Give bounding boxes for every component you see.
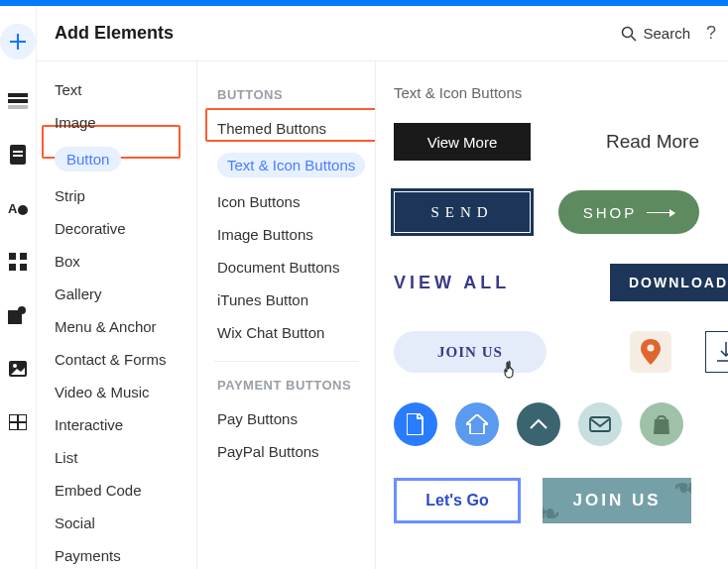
svg-rect-0: [8, 93, 28, 97]
mail-icon: [589, 416, 611, 432]
left-rail: A: [0, 6, 36, 569]
svg-rect-4: [13, 151, 23, 153]
category-list: Text Image Button Strip Decorative Box G…: [37, 61, 197, 569]
svg-point-13: [18, 306, 26, 314]
sub-item-itunes-button[interactable]: iTunes Button: [197, 284, 375, 316]
category-item-gallery[interactable]: Gallery: [37, 278, 196, 310]
map-pin-icon: [641, 339, 661, 365]
search-label: Search: [643, 25, 690, 42]
cms-icon[interactable]: [6, 410, 30, 434]
sub-item-document-buttons[interactable]: Document Buttons: [197, 251, 375, 284]
panel-header: Add Elements Search ? ✕: [37, 6, 728, 61]
preview-button-download[interactable]: DOWNLOAD: [610, 264, 728, 301]
download-icon: [717, 342, 728, 362]
subcategory-list: BUTTONS Themed Buttons Text & Icon Butto…: [197, 61, 376, 569]
category-item-image[interactable]: Image: [37, 106, 196, 139]
design-icon[interactable]: A: [6, 196, 30, 220]
cursor-pointer-icon: [503, 360, 519, 384]
section-heading-buttons: BUTTONS: [197, 83, 375, 112]
media-icon[interactable]: [6, 357, 30, 381]
svg-point-19: [623, 27, 633, 37]
category-item-interactive[interactable]: Interactive: [37, 408, 196, 441]
home-icon: [466, 414, 488, 434]
help-button[interactable]: ?: [706, 23, 716, 44]
preview-button-shop[interactable]: SHOP: [558, 190, 699, 234]
preview-button-download-icon[interactable]: [705, 331, 728, 373]
file-icon: [407, 413, 425, 435]
sub-item-icon-buttons[interactable]: Icon Buttons: [197, 185, 375, 218]
arrow-right-icon: [647, 212, 674, 213]
svg-point-21: [648, 345, 655, 352]
sub-item-pay-buttons[interactable]: Pay Buttons: [197, 402, 375, 435]
preview-pane: Text & Icon Buttons i View More Read Mor…: [376, 61, 728, 569]
preview-button-shopping-bag[interactable]: [640, 402, 683, 446]
page-icon[interactable]: [6, 143, 30, 167]
category-item-contact-forms[interactable]: Contact & Forms: [37, 343, 196, 376]
preview-button-read-more[interactable]: Read More: [558, 131, 728, 153]
leaf-decoration-icon: ❧: [543, 499, 563, 523]
svg-text:A: A: [8, 201, 18, 216]
sections-icon[interactable]: [6, 89, 30, 113]
sub-item-image-buttons[interactable]: Image Buttons: [197, 218, 375, 251]
plus-icon: [9, 33, 27, 51]
preview-button-view-more[interactable]: View More: [394, 123, 531, 161]
svg-rect-24: [590, 417, 610, 431]
sub-item-themed-buttons[interactable]: Themed Buttons: [197, 112, 375, 145]
category-item-payments[interactable]: Payments: [37, 539, 196, 569]
svg-point-15: [13, 364, 17, 368]
svg-point-7: [18, 205, 28, 215]
category-item-list[interactable]: List: [37, 441, 196, 474]
preview-button-join-us[interactable]: JOIN US: [394, 331, 546, 373]
category-item-decorative[interactable]: Decorative: [37, 212, 196, 245]
panel-title: Add Elements: [55, 23, 174, 44]
preview-button-join-us-2[interactable]: ❧ ❧ JOIN US: [543, 478, 691, 523]
preview-button-location[interactable]: [630, 331, 671, 373]
shopping-bag-icon: [652, 413, 671, 435]
svg-rect-8: [9, 253, 16, 260]
chevron-up-icon: [529, 418, 548, 430]
search-icon: [621, 26, 637, 42]
sub-item-paypal-buttons[interactable]: PayPal Buttons: [197, 435, 375, 468]
category-item-social[interactable]: Social: [37, 507, 196, 539]
sub-item-text-icon-buttons[interactable]: Text & Icon Buttons: [197, 145, 375, 185]
svg-rect-1: [8, 99, 28, 103]
search-button[interactable]: Search: [621, 25, 690, 42]
divider: [213, 361, 359, 362]
preview-button-mail[interactable]: [578, 402, 622, 446]
category-item-strip[interactable]: Strip: [37, 179, 196, 212]
preview-button-file[interactable]: [394, 402, 437, 446]
svg-rect-11: [20, 264, 27, 271]
preview-title: Text & Icon Buttons: [394, 84, 522, 101]
preview-button-send[interactable]: SEND: [394, 191, 531, 233]
add-elements-button[interactable]: [0, 24, 36, 59]
category-item-box[interactable]: Box: [37, 245, 196, 278]
addons-icon[interactable]: [6, 303, 30, 327]
preview-button-view-all[interactable]: VIEW ALL: [394, 273, 510, 293]
preview-button-scroll-top[interactable]: [517, 402, 560, 446]
apps-icon[interactable]: [6, 250, 30, 274]
svg-rect-9: [20, 253, 27, 260]
svg-line-20: [632, 36, 637, 41]
svg-rect-10: [9, 264, 16, 271]
category-item-button[interactable]: Button: [37, 139, 196, 179]
category-item-video-music[interactable]: Video & Music: [37, 376, 196, 408]
category-item-embed-code[interactable]: Embed Code: [37, 474, 196, 507]
category-item-text[interactable]: Text: [37, 73, 196, 106]
preview-button-lets-go[interactable]: Let's Go: [394, 478, 521, 523]
svg-rect-2: [8, 105, 28, 109]
category-item-menu-anchor[interactable]: Menu & Anchor: [37, 310, 196, 343]
svg-rect-5: [13, 155, 23, 157]
section-heading-payment-buttons: PAYMENT BUTTONS: [197, 374, 375, 402]
sub-item-wix-chat-button[interactable]: Wix Chat Button: [197, 316, 375, 349]
leaf-decoration-icon: ❧: [670, 478, 691, 503]
preview-button-home[interactable]: [455, 402, 499, 446]
